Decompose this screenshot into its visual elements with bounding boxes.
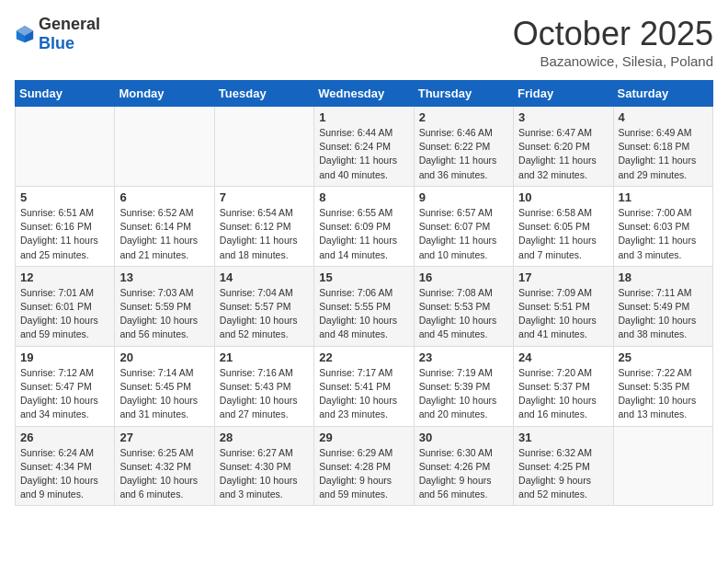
day-number-24: 24 [518, 350, 608, 364]
calendar-cell-w4-d1: 27Sunrise: 6:25 AM Sunset: 4:32 PM Dayli… [115, 426, 214, 506]
day-number-10: 10 [518, 190, 608, 204]
day-info-12: Sunrise: 7:01 AM Sunset: 6:01 PM Dayligh… [20, 286, 109, 342]
logo: General Blue [15, 15, 100, 53]
day-info-15: Sunrise: 7:06 AM Sunset: 5:55 PM Dayligh… [319, 286, 408, 342]
day-number-26: 26 [20, 431, 109, 444]
page-header: General Blue October 2025 Bazanowice, Si… [15, 15, 713, 69]
day-info-8: Sunrise: 6:55 AM Sunset: 6:09 PM Dayligh… [319, 206, 408, 262]
day-number-4: 4 [619, 110, 708, 124]
day-info-26: Sunrise: 6:24 AM Sunset: 4:34 PM Dayligh… [20, 446, 109, 502]
calendar-cell-w4-d4: 30Sunrise: 6:30 AM Sunset: 4:26 PM Dayli… [414, 426, 513, 506]
day-number-16: 16 [419, 270, 508, 284]
calendar-cell-w0-d6: 4Sunrise: 6:49 AM Sunset: 6:18 PM Daylig… [613, 107, 712, 187]
day-info-14: Sunrise: 7:04 AM Sunset: 5:57 PM Dayligh… [220, 286, 309, 342]
title-block: October 2025 Bazanowice, Silesia, Poland [513, 15, 713, 69]
calendar-cell-w3-d3: 22Sunrise: 7:17 AM Sunset: 5:41 PM Dayli… [314, 346, 414, 426]
week-row-3: 19Sunrise: 7:12 AM Sunset: 5:47 PM Dayli… [16, 346, 713, 426]
day-info-23: Sunrise: 7:19 AM Sunset: 5:39 PM Dayligh… [419, 366, 508, 422]
day-number-13: 13 [119, 270, 209, 284]
day-info-17: Sunrise: 7:09 AM Sunset: 5:51 PM Dayligh… [518, 286, 608, 342]
day-number-18: 18 [619, 270, 708, 284]
header-friday: Friday [514, 81, 613, 107]
calendar-cell-w2-d6: 18Sunrise: 7:11 AM Sunset: 5:49 PM Dayli… [613, 266, 712, 346]
calendar-table: Sunday Monday Tuesday Wednesday Thursday… [15, 80, 713, 506]
calendar-cell-w2-d5: 17Sunrise: 7:09 AM Sunset: 5:51 PM Dayli… [514, 266, 613, 346]
day-number-11: 11 [619, 190, 708, 204]
header-thursday: Thursday [414, 81, 513, 107]
day-number-17: 17 [518, 270, 608, 284]
day-info-13: Sunrise: 7:03 AM Sunset: 5:59 PM Dayligh… [119, 286, 209, 342]
header-monday: Monday [115, 81, 214, 107]
day-number-30: 30 [419, 431, 508, 444]
day-info-30: Sunrise: 6:30 AM Sunset: 4:26 PM Dayligh… [419, 446, 508, 502]
day-number-15: 15 [319, 270, 408, 284]
calendar-cell-w1-d3: 8Sunrise: 6:55 AM Sunset: 6:09 PM Daylig… [314, 186, 414, 266]
calendar-cell-w3-d4: 23Sunrise: 7:19 AM Sunset: 5:39 PM Dayli… [414, 346, 513, 426]
location-title: Bazanowice, Silesia, Poland [513, 53, 713, 69]
header-tuesday: Tuesday [214, 81, 313, 107]
month-title: October 2025 [513, 15, 713, 53]
logo-text: General Blue [39, 15, 100, 53]
calendar-cell-w2-d1: 13Sunrise: 7:03 AM Sunset: 5:59 PM Dayli… [115, 266, 214, 346]
calendar-cell-w1-d6: 11Sunrise: 7:00 AM Sunset: 6:03 PM Dayli… [613, 186, 712, 266]
day-number-12: 12 [20, 270, 109, 284]
calendar-cell-w1-d0: 5Sunrise: 6:51 AM Sunset: 6:16 PM Daylig… [16, 186, 115, 266]
day-info-10: Sunrise: 6:58 AM Sunset: 6:05 PM Dayligh… [518, 206, 608, 262]
calendar-cell-w2-d2: 14Sunrise: 7:04 AM Sunset: 5:57 PM Dayli… [214, 266, 313, 346]
day-number-5: 5 [20, 190, 109, 204]
day-info-11: Sunrise: 7:00 AM Sunset: 6:03 PM Dayligh… [619, 206, 708, 262]
day-number-3: 3 [518, 110, 608, 124]
header-sunday: Sunday [16, 81, 115, 107]
calendar-cell-w4-d3: 29Sunrise: 6:29 AM Sunset: 4:28 PM Dayli… [314, 426, 414, 506]
day-number-2: 2 [419, 110, 508, 124]
day-info-28: Sunrise: 6:27 AM Sunset: 4:30 PM Dayligh… [220, 446, 309, 502]
calendar-cell-w2-d0: 12Sunrise: 7:01 AM Sunset: 6:01 PM Dayli… [16, 266, 115, 346]
week-row-4: 26Sunrise: 6:24 AM Sunset: 4:34 PM Dayli… [16, 426, 713, 506]
day-number-27: 27 [119, 431, 209, 444]
day-number-31: 31 [518, 431, 608, 444]
logo-general: General [39, 15, 100, 33]
logo-icon [15, 24, 35, 44]
calendar-cell-w3-d2: 21Sunrise: 7:16 AM Sunset: 5:43 PM Dayli… [214, 346, 313, 426]
calendar-cell-w1-d2: 7Sunrise: 6:54 AM Sunset: 6:12 PM Daylig… [214, 186, 313, 266]
week-row-1: 5Sunrise: 6:51 AM Sunset: 6:16 PM Daylig… [16, 186, 713, 266]
calendar-cell-w2-d3: 15Sunrise: 7:06 AM Sunset: 5:55 PM Dayli… [314, 266, 414, 346]
calendar-cell-w3-d6: 25Sunrise: 7:22 AM Sunset: 5:35 PM Dayli… [613, 346, 712, 426]
day-info-27: Sunrise: 6:25 AM Sunset: 4:32 PM Dayligh… [119, 446, 209, 502]
day-info-21: Sunrise: 7:16 AM Sunset: 5:43 PM Dayligh… [220, 366, 309, 422]
day-info-25: Sunrise: 7:22 AM Sunset: 5:35 PM Dayligh… [619, 366, 708, 422]
calendar-cell-w3-d5: 24Sunrise: 7:20 AM Sunset: 5:37 PM Dayli… [514, 346, 613, 426]
calendar-cell-w1-d1: 6Sunrise: 6:52 AM Sunset: 6:14 PM Daylig… [115, 186, 214, 266]
calendar-cell-w4-d5: 31Sunrise: 6:32 AM Sunset: 4:25 PM Dayli… [514, 426, 613, 506]
day-info-31: Sunrise: 6:32 AM Sunset: 4:25 PM Dayligh… [518, 446, 608, 502]
day-info-9: Sunrise: 6:57 AM Sunset: 6:07 PM Dayligh… [419, 206, 508, 262]
calendar-cell-w0-d4: 2Sunrise: 6:46 AM Sunset: 6:22 PM Daylig… [414, 107, 513, 187]
calendar-cell-w4-d6 [613, 426, 712, 506]
day-number-25: 25 [619, 350, 708, 364]
calendar-cell-w0-d3: 1Sunrise: 6:44 AM Sunset: 6:24 PM Daylig… [314, 107, 414, 187]
week-row-0: 1Sunrise: 6:44 AM Sunset: 6:24 PM Daylig… [16, 107, 713, 187]
day-number-22: 22 [319, 350, 408, 364]
day-info-6: Sunrise: 6:52 AM Sunset: 6:14 PM Dayligh… [119, 206, 209, 262]
day-info-16: Sunrise: 7:08 AM Sunset: 5:53 PM Dayligh… [419, 286, 508, 342]
day-info-29: Sunrise: 6:29 AM Sunset: 4:28 PM Dayligh… [319, 446, 408, 502]
day-number-23: 23 [419, 350, 508, 364]
calendar-cell-w1-d4: 9Sunrise: 6:57 AM Sunset: 6:07 PM Daylig… [414, 186, 513, 266]
calendar-cell-w1-d5: 10Sunrise: 6:58 AM Sunset: 6:05 PM Dayli… [514, 186, 613, 266]
calendar-cell-w4-d2: 28Sunrise: 6:27 AM Sunset: 4:30 PM Dayli… [214, 426, 313, 506]
day-info-2: Sunrise: 6:46 AM Sunset: 6:22 PM Dayligh… [419, 126, 508, 182]
week-row-2: 12Sunrise: 7:01 AM Sunset: 6:01 PM Dayli… [16, 266, 713, 346]
day-number-8: 8 [319, 190, 408, 204]
day-info-3: Sunrise: 6:47 AM Sunset: 6:20 PM Dayligh… [518, 126, 608, 182]
header-saturday: Saturday [613, 81, 712, 107]
calendar-cell-w3-d1: 20Sunrise: 7:14 AM Sunset: 5:45 PM Dayli… [115, 346, 214, 426]
day-info-1: Sunrise: 6:44 AM Sunset: 6:24 PM Dayligh… [319, 126, 408, 182]
day-number-21: 21 [220, 350, 309, 364]
day-number-20: 20 [119, 350, 209, 364]
day-info-24: Sunrise: 7:20 AM Sunset: 5:37 PM Dayligh… [518, 366, 608, 422]
calendar-cell-w0-d1 [115, 107, 214, 187]
calendar-cell-w2-d4: 16Sunrise: 7:08 AM Sunset: 5:53 PM Dayli… [414, 266, 513, 346]
day-number-9: 9 [419, 190, 508, 204]
day-info-22: Sunrise: 7:17 AM Sunset: 5:41 PM Dayligh… [319, 366, 408, 422]
day-number-19: 19 [20, 350, 109, 364]
